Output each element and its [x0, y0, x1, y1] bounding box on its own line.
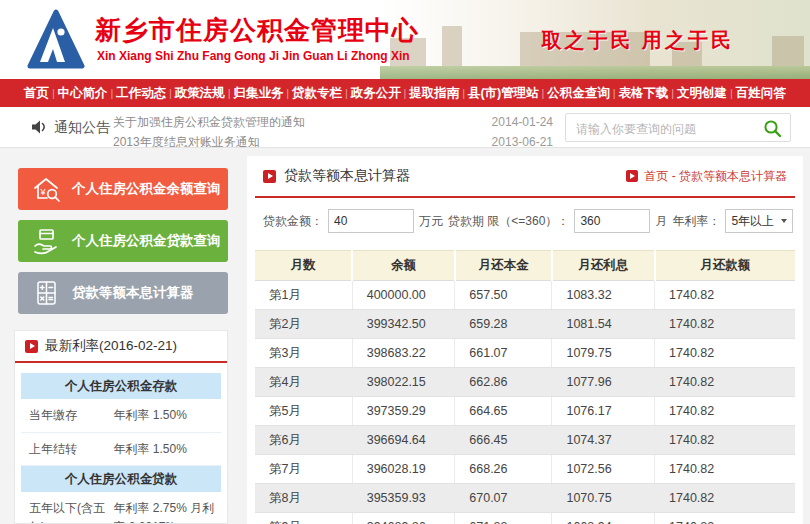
rates-row-label: 上年结转 [21, 433, 109, 466]
sidebar-button-label: 个人住房公积金贷款查询 [72, 232, 221, 250]
table-cell: 394689.86 [352, 513, 455, 524]
rates-row-label: 当年缴存 [21, 399, 109, 432]
table-cell: 1070.75 [552, 484, 655, 513]
rate-select[interactable]: 5年以上 [725, 209, 793, 233]
rates-row: 当年缴存年利率 1.50% [21, 399, 221, 433]
table-header-cell: 余额 [352, 251, 455, 281]
nav-separator: | [169, 87, 172, 99]
sidebar-button-label: 个人住房公积金余额查询 [72, 180, 221, 198]
svg-text:¥: ¥ [40, 187, 47, 197]
table-cell: 1740.82 [655, 513, 795, 524]
table-row: 第3月398683.22661.071079.751740.82 [255, 339, 795, 368]
notice-item[interactable]: 关于加强住房公积金贷款管理的通知2014-01-24 [113, 112, 553, 132]
sidebar-button-balance-query[interactable]: ¥ 个人住房公积金余额查询 [18, 168, 228, 210]
nav-separator: | [228, 87, 231, 99]
rate-label: 年利率： [672, 213, 720, 230]
table-cell: 661.07 [455, 339, 552, 368]
nav-separator: | [286, 87, 289, 99]
nav-item-0[interactable]: 首页 [24, 85, 49, 102]
table-cell: 1072.56 [552, 455, 655, 484]
table-cell: 1079.75 [552, 339, 655, 368]
rates-row: 五年以下(含五年)年利率 2.75% 月利率 2.2917‰ [21, 492, 221, 524]
notice-item-title[interactable]: 2013年度结息对账业务通知 [113, 132, 260, 148]
building-shape [442, 26, 462, 66]
table-cell: 668.26 [455, 455, 552, 484]
search-input[interactable] [574, 115, 758, 142]
table-header-cell: 月还款额 [655, 251, 795, 281]
notice-item[interactable]: 2013年度结息对账业务通知2013-06-21 [113, 132, 553, 148]
table-cell: 第8月 [255, 484, 352, 513]
table-row: 第5月397359.29664.651076.171740.82 [255, 397, 795, 426]
table-cell: 398022.15 [352, 368, 455, 397]
site-header: 取之于民 用之于民 新乡市住房公积金管理中心 Xin Xiang Shi Zhu… [0, 0, 810, 79]
table-cell: 1740.82 [655, 397, 795, 426]
nav-item-4[interactable]: 归集业务 [233, 85, 283, 102]
rates-row-value: 年利率 2.75% 月利率 2.2917‰ [109, 492, 221, 524]
section-bullet-icon [25, 340, 38, 353]
breadcrumb-bullet-icon [626, 170, 638, 182]
rates-row: 上年结转年利率 1.50% [21, 433, 221, 467]
speaker-icon [30, 118, 48, 136]
table-cell: 第1月 [255, 281, 352, 310]
table-cell: 第7月 [255, 455, 352, 484]
search-box [565, 113, 791, 142]
notice-list: 关于加强住房公积金贷款管理的通知2014-01-242013年度结息对账业务通知… [113, 112, 553, 148]
nav-separator: | [52, 87, 55, 99]
nav-separator: | [671, 87, 674, 99]
table-cell: 1740.82 [655, 281, 795, 310]
main-panel: 贷款等额本息计算器 首页 - 贷款等额本息计算器 贷款金额： 万元 贷款期 限（… [247, 156, 803, 524]
nav-item-1[interactable]: 中心简介 [58, 85, 108, 102]
table-cell: 398683.22 [352, 339, 455, 368]
balance-query-icon: ¥ [31, 174, 61, 204]
table-cell: 第9月 [255, 513, 352, 524]
table-cell: 1081.54 [552, 310, 655, 339]
table-cell: 400000.00 [352, 281, 455, 310]
loan-amount-input[interactable] [328, 209, 414, 233]
nav-separator: | [730, 87, 733, 99]
table-cell: 第4月 [255, 368, 352, 397]
notice-label: 通知公告 [54, 119, 110, 137]
nav-item-11[interactable]: 文明创建 [677, 85, 727, 102]
table-row: 第7月396028.19668.261072.561740.82 [255, 455, 795, 484]
table-header-cell: 月数 [255, 251, 352, 281]
table-row: 第4月398022.15662.861077.961740.82 [255, 368, 795, 397]
chevron-down-icon [781, 219, 787, 223]
loan-term-input[interactable] [574, 209, 650, 233]
rates-row-value: 年利率 1.50% [109, 399, 221, 432]
breadcrumb-text[interactable]: 首页 - 贷款等额本息计算器 [644, 168, 787, 185]
breadcrumb[interactable]: 首页 - 贷款等额本息计算器 [626, 168, 787, 185]
sidebar-button-loan-query[interactable]: 个人住房公积金贷款查询 [18, 220, 228, 262]
nav-item-12[interactable]: 百姓问答 [736, 85, 786, 102]
table-cell: 1077.96 [552, 368, 655, 397]
nav-separator: | [110, 87, 113, 99]
table-cell: 396694.64 [352, 426, 455, 455]
loan-query-icon [31, 226, 61, 256]
table-cell: 671.88 [455, 513, 552, 524]
nav-item-8[interactable]: 县(市)管理站 [468, 85, 539, 102]
nav-item-6[interactable]: 政务公开 [351, 85, 401, 102]
rates-table: 个人住房公积金存款当年缴存年利率 1.50%上年结转年利率 1.50%个人住房公… [21, 373, 221, 524]
rates-section-header: 个人住房公积金贷款 [21, 466, 221, 492]
notice-item-date: 2014-01-24 [492, 112, 553, 132]
site-title-pinyin: Xin Xiang Shi Zhu Fang Gong Ji Jin Guan … [97, 49, 410, 63]
nav-item-2[interactable]: 工作动态 [116, 85, 166, 102]
nav-item-7[interactable]: 提取指南 [409, 85, 459, 102]
calculator-icon [31, 278, 61, 308]
nav-separator: | [462, 87, 465, 99]
nav-item-5[interactable]: 贷款专栏 [292, 85, 342, 102]
sidebar-button-calculator[interactable]: 贷款等额本息计算器 [18, 272, 228, 314]
table-cell: 670.07 [455, 484, 552, 513]
nav-item-3[interactable]: 政策法规 [175, 85, 225, 102]
nav-item-9[interactable]: 公积金查询 [547, 85, 610, 102]
notice-item-title[interactable]: 关于加强住房公积金贷款管理的通知 [113, 112, 305, 132]
site-title: 新乡市住房公积金管理中心 [95, 13, 419, 48]
nav-item-10[interactable]: 表格下载 [618, 85, 668, 102]
header-photo: 取之于民 用之于民 [380, 0, 810, 79]
table-cell: 1740.82 [655, 310, 795, 339]
rates-title-row: 最新利率(2016-02-21) [15, 331, 227, 363]
search-icon[interactable] [763, 119, 782, 138]
nav-separator: | [613, 87, 616, 99]
table-cell: 1076.17 [552, 397, 655, 426]
table-row: 第8月395359.93670.071070.751740.82 [255, 484, 795, 513]
rates-section-header: 个人住房公积金存款 [21, 373, 221, 399]
